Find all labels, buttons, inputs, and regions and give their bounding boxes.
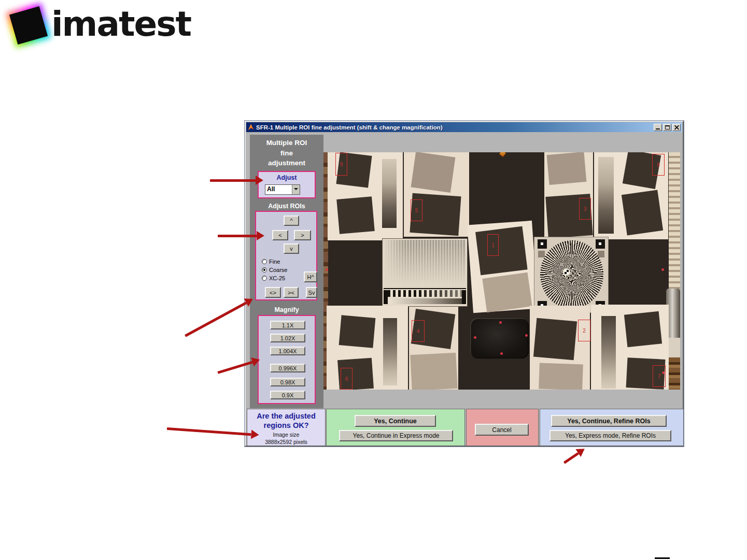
move-right-button[interactable]: > <box>294 230 311 240</box>
cancel-button[interactable]: Cancel <box>475 424 529 436</box>
maximize-button[interactable] <box>663 124 671 131</box>
minimize-icon <box>656 128 660 130</box>
magnify-label: Magnify <box>250 306 323 313</box>
step-wedge <box>383 318 397 385</box>
sv-button[interactable]: Sv <box>306 287 317 298</box>
red-marker-dot <box>500 352 503 355</box>
chevron-down-icon <box>294 188 298 192</box>
red-marker-dot <box>499 321 502 324</box>
step-wedge <box>382 159 397 228</box>
roi-box-8: 8 <box>652 154 665 176</box>
adjust-dropdown-value: All <box>265 185 292 194</box>
widen-button[interactable]: <> <box>265 287 281 298</box>
yes-continue-refine-button[interactable]: Yes, Continue, Refine ROIs <box>551 415 667 427</box>
roi-box-3: 3 <box>579 198 591 220</box>
move-up-button[interactable]: ^ <box>284 216 299 226</box>
title-bar: SFR-1 Multiple ROI fine adjustment (shif… <box>246 122 682 132</box>
adjust-rois-label: Adjust ROIs <box>250 203 323 210</box>
slanted-square <box>336 196 375 234</box>
bottom-edge-artifact <box>655 557 670 559</box>
roi-number: 1 <box>491 242 495 248</box>
siemens-star <box>540 240 603 309</box>
red-marker-dot <box>326 268 328 271</box>
gray-square <box>410 353 457 390</box>
yes-express-refine-button[interactable]: Yes, Express mode, Refine ROIs <box>549 430 671 441</box>
radio-coarse-label: Coarse <box>269 267 287 273</box>
red-marker-dot <box>474 336 476 339</box>
slanted-square <box>624 311 662 348</box>
radio-xc25[interactable]: XC-25 <box>262 275 285 281</box>
imatest-logo: imatest <box>0 0 197 57</box>
star-center-marker <box>563 268 570 276</box>
adjust-label: Adjust <box>259 174 315 181</box>
radio-fine-circle <box>262 259 267 264</box>
roi-number: 4 <box>417 328 420 334</box>
step-wedge <box>598 157 614 234</box>
radio-coarse[interactable]: Coarse <box>262 267 287 273</box>
refine-box: Yes, Continue, Refine ROIs Yes, Express … <box>540 409 684 446</box>
magnify-0-996x-button[interactable]: 0.996X <box>270 364 305 372</box>
move-down-button[interactable]: v <box>284 243 299 254</box>
close-button[interactable] <box>672 124 681 131</box>
roi-number: 8 <box>657 162 660 168</box>
window-title: SFR-1 Multiple ROI fine adjustment (shif… <box>256 124 443 131</box>
roi-box-6: 6 <box>341 368 353 390</box>
magnify-1-1x-button[interactable]: 1.1X <box>270 321 305 329</box>
maximize-icon <box>665 125 670 130</box>
magnify-1-02x-button[interactable]: 1.02X <box>270 334 305 342</box>
move-left-button[interactable]: < <box>272 230 288 240</box>
slanted-square <box>339 315 376 348</box>
yes-continue-express-button[interactable]: Yes, Continue in Express mode <box>339 430 453 441</box>
roi-number: 2 <box>583 328 586 334</box>
narrow-button[interactable]: >< <box>284 287 299 298</box>
roi-number: 7 <box>658 374 661 379</box>
image-size-value: 3888x2592 pixels <box>247 439 325 446</box>
minimize-button[interactable] <box>654 124 662 131</box>
adjust-dropdown[interactable]: All <box>265 184 300 195</box>
question-box: Are the adjusted regions OK? Image size … <box>247 409 326 446</box>
sfr-adjustment-window: SFR-1 Multiple ROI fine adjustment (shif… <box>245 121 684 447</box>
question-text: Are the adjusted regions OK? <box>248 411 325 430</box>
tone-gradient-strip <box>388 298 462 304</box>
radio-xc25-circle <box>262 276 267 281</box>
magnify-1-004x-button[interactable]: 1.004X <box>270 347 305 355</box>
bar-endcap <box>462 290 466 304</box>
matlab-icon <box>248 124 254 131</box>
roi-number: 5 <box>415 208 418 213</box>
radio-fine[interactable]: Fine <box>262 259 280 265</box>
roi-box-4: 4 <box>412 320 425 342</box>
sfr-card <box>327 306 408 390</box>
gray-square <box>411 152 456 193</box>
gray-square <box>547 152 587 185</box>
roi-box-9: 9 <box>335 153 347 176</box>
roi-number: 3 <box>584 206 587 212</box>
magnify-group: 1.1X 1.02X 1.004X 0.996X 0.98X 0.9X <box>258 315 316 404</box>
adjust-group: Adjust All <box>258 171 316 198</box>
continue-box: Yes, Continue Yes, Continue in Express m… <box>326 409 465 446</box>
step-wedge <box>601 316 616 389</box>
roi-box-5: 5 <box>411 199 422 221</box>
roi-number: 6 <box>345 376 348 382</box>
red-marker-dot <box>661 268 664 271</box>
h-up-button[interactable]: H^ <box>304 271 317 282</box>
roi-number: 9 <box>340 162 343 167</box>
logo-wordmark: imatest <box>51 4 191 44</box>
yes-continue-button[interactable]: Yes, Continue <box>355 415 436 427</box>
registration-marker <box>596 239 605 249</box>
dropdown-button[interactable] <box>292 185 300 194</box>
sfr-card <box>409 307 458 390</box>
sfr-card <box>404 152 469 237</box>
radio-xc25-label: XC-25 <box>269 275 285 281</box>
gray-square <box>539 363 583 390</box>
sfr-card <box>467 221 538 313</box>
test-chart-image: 1 2 3 4 5 6 7 8 9 <box>323 152 680 390</box>
pda-device <box>470 318 529 358</box>
sfr-card <box>544 152 593 238</box>
frequency-stripes <box>384 240 466 288</box>
radio-coarse-circle <box>262 267 267 272</box>
gray-patch <box>598 251 604 257</box>
magnify-0-9x-button[interactable]: 0.9X <box>270 391 305 399</box>
magnify-0-98x-button[interactable]: 0.98X <box>270 378 305 386</box>
panel-heading: Multiple ROI fine adjustment <box>264 138 309 168</box>
bar-endcap <box>384 290 388 304</box>
